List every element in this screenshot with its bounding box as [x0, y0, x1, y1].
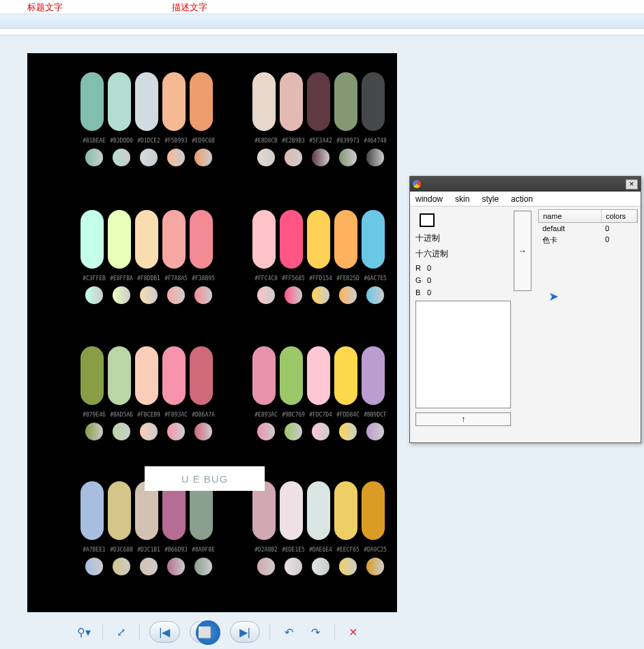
hex-label: #F893AC: [162, 412, 190, 418]
color-pill: [252, 210, 276, 269]
color-pill: [190, 210, 213, 269]
hex-label: #D3C1B1: [135, 547, 162, 553]
redo-button[interactable]: ↷: [307, 622, 325, 642]
hex-label: #839973: [334, 138, 362, 144]
color-pill: [108, 210, 131, 269]
col-colors[interactable]: colors: [602, 210, 637, 222]
hex-label: #FDC7D4: [307, 412, 334, 418]
color-circle: [312, 558, 330, 575]
dialog-titlebar[interactable]: ✕: [410, 177, 641, 192]
palette-group: #FFC4C8#FF5685#FFD154#FEB25D#6AC7E5: [252, 210, 389, 306]
zoom-icon: ⚲▾: [77, 626, 91, 639]
separator: [334, 624, 335, 639]
top-red-2: 描述文字: [172, 2, 207, 12]
color-pill: [135, 210, 158, 269]
color-pill: [334, 72, 357, 131]
hex-label: #C3FFEB: [80, 275, 108, 282]
color-circle: [167, 423, 185, 440]
hex-label: #F5B993: [162, 138, 190, 144]
ribbon-bar: [0, 14, 644, 29]
color-circle: [366, 423, 384, 440]
hex-label: #464748: [362, 138, 389, 144]
color-circle: [284, 423, 302, 440]
up-button[interactable]: ↑: [415, 412, 511, 426]
r-value: 0: [427, 264, 431, 272]
color-pill: [307, 210, 330, 269]
table-row[interactable]: default0: [538, 223, 638, 234]
hex-label: #E2B9B3: [280, 138, 307, 144]
dialog-left-panel: 十进制 十六进制 R 0 G 0 B 0 ↑: [410, 207, 514, 442]
color-pill: [307, 346, 330, 405]
hex-label: #879E46: [80, 412, 108, 418]
color-pill: [280, 210, 303, 269]
color-picker-dialog: ✕ window skin style action 十进制 十六进制 R 0 …: [409, 176, 641, 443]
menu-style[interactable]: style: [482, 194, 499, 204]
col-name[interactable]: name: [539, 210, 602, 222]
prev-button[interactable]: |◀: [149, 621, 180, 643]
color-circle: [140, 149, 158, 166]
close-icon: ✕: [629, 181, 634, 187]
color-pill: [135, 72, 158, 131]
hex-label: #A7BEE1: [80, 547, 108, 553]
color-pill: [80, 72, 104, 131]
hex-label: #B66D93: [162, 547, 190, 553]
hex-label: #FFC4C8: [252, 275, 280, 282]
color-circle: [85, 149, 103, 166]
color-pill: [334, 210, 357, 269]
zoom-button[interactable]: ⚲▾: [75, 622, 93, 642]
color-circle: [140, 423, 158, 440]
menu-skin[interactable]: skin: [455, 194, 469, 204]
table-header: name colors: [538, 209, 638, 223]
color-pill: [162, 72, 186, 131]
color-circle: [257, 423, 275, 440]
color-drop-area[interactable]: [415, 301, 511, 408]
color-circle: [312, 149, 330, 166]
dialog-right-panel: name colors default0色卡0: [536, 207, 641, 442]
hex-label: #D3C688: [108, 547, 135, 553]
hex-label: #5F3A42: [307, 138, 334, 144]
top-red-1: 标题文字: [27, 2, 63, 12]
color-pill: [362, 481, 385, 540]
fit-button[interactable]: ⤢: [113, 622, 130, 642]
color-pill: [362, 210, 385, 269]
hex-label: #E893AC: [252, 412, 280, 418]
cell-colors: 0: [601, 234, 638, 247]
hex-label: #BAD5A6: [108, 412, 135, 418]
hex-label: #FF5685: [280, 275, 307, 282]
menu-action[interactable]: action: [511, 194, 533, 204]
hex-label: #FDD84C: [334, 412, 362, 418]
next-icon: ▶|: [239, 626, 250, 639]
color-circle: [113, 286, 130, 304]
hex-label: #F38B95: [190, 275, 217, 282]
separator: [139, 624, 140, 639]
hex-label: #FFD154: [307, 275, 334, 282]
close-button[interactable]: ✕: [626, 179, 638, 190]
hex-label: #F7A8A5: [162, 275, 190, 282]
color-pill: [307, 72, 330, 131]
palette-group: #81BEAE#B3DDD0#D1DCE2#F5B993#ED9C6B: [80, 72, 217, 168]
app-icon: [413, 180, 421, 188]
menu-window[interactable]: window: [415, 194, 443, 204]
delete-button[interactable]: ✕: [344, 622, 362, 642]
color-pill: [280, 346, 303, 405]
hex-label: #E8D8CB: [252, 138, 280, 144]
color-circle: [194, 558, 212, 575]
color-pill: [280, 481, 303, 540]
color-circle: [85, 558, 103, 575]
hex-label: #FEB25D: [334, 275, 362, 282]
table-row[interactable]: 色卡0: [538, 234, 638, 247]
undo-button[interactable]: ↶: [280, 622, 297, 642]
color-circle: [312, 286, 330, 304]
color-pill: [80, 481, 104, 540]
color-circle: [339, 286, 357, 304]
slideshow-button[interactable]: ⬜: [190, 621, 220, 643]
color-circle: [194, 423, 212, 440]
add-arrow-button[interactable]: →: [514, 211, 531, 291]
color-pill: [362, 72, 385, 131]
color-circle: [339, 149, 357, 166]
b-value: 0: [427, 288, 431, 297]
current-color-swatch[interactable]: [420, 213, 435, 227]
delete-icon: ✕: [349, 626, 357, 639]
color-pill: [108, 481, 131, 540]
next-button[interactable]: ▶|: [230, 621, 261, 643]
